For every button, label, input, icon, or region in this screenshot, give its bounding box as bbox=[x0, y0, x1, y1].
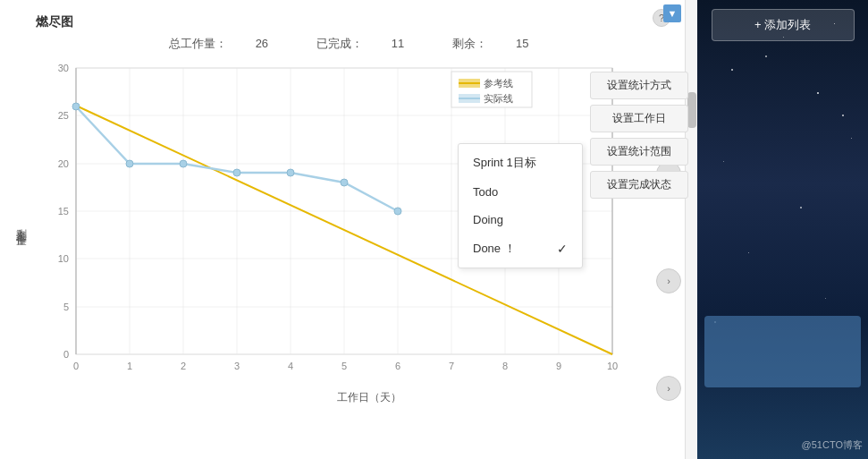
y-axis-label: 剩余工作量 bbox=[13, 220, 29, 229]
set-stat-range-button[interactable]: 设置统计范围 bbox=[590, 138, 688, 166]
svg-point-42 bbox=[287, 169, 294, 176]
svg-point-41 bbox=[233, 169, 240, 176]
svg-text:2: 2 bbox=[181, 361, 186, 371]
svg-point-40 bbox=[180, 160, 187, 167]
add-list-button[interactable]: + 添加列表 bbox=[712, 9, 855, 41]
remaining-value: 15 bbox=[516, 37, 528, 50]
svg-point-39 bbox=[126, 160, 133, 167]
chart-title: 燃尽图 bbox=[18, 7, 73, 30]
svg-text:5: 5 bbox=[341, 361, 347, 371]
done-label: 已完成： bbox=[316, 37, 363, 50]
svg-text:9: 9 bbox=[556, 361, 561, 371]
svg-text:实际线: 实际线 bbox=[484, 93, 513, 104]
svg-point-38 bbox=[72, 103, 80, 110]
svg-text:30: 30 bbox=[58, 63, 69, 73]
remaining-label: 剩余： bbox=[452, 37, 487, 50]
total-value: 26 bbox=[256, 37, 268, 50]
set-done-status-button[interactable]: 设置完成状态 bbox=[590, 171, 688, 199]
status-item-sprint[interactable]: Sprint 1目标 bbox=[459, 148, 582, 178]
nav-circle-2[interactable]: › bbox=[656, 268, 681, 293]
svg-text:0: 0 bbox=[73, 361, 79, 371]
svg-text:0: 0 bbox=[63, 349, 69, 360]
svg-rect-50 bbox=[459, 94, 480, 103]
svg-text:1: 1 bbox=[127, 361, 132, 371]
stars-background bbox=[697, 0, 868, 459]
done-checkmark: ✓ bbox=[557, 242, 568, 256]
chart-settings-menu: 设置统计方式 设置工作日 设置统计范围 设置完成状态 bbox=[590, 72, 688, 199]
watermark: @51CTO博客 bbox=[802, 438, 863, 452]
nav-circle-3[interactable]: › bbox=[656, 376, 681, 401]
svg-text:7: 7 bbox=[449, 361, 454, 371]
svg-text:20: 20 bbox=[58, 158, 69, 169]
set-stat-method-button[interactable]: 设置统计方式 bbox=[590, 72, 688, 99]
svg-point-44 bbox=[394, 208, 401, 215]
svg-rect-47 bbox=[459, 79, 480, 88]
burndown-chart-panel: 燃尽图 ? ▼ 总工作量：26 已完成：11 剩余：15 剩余工作量 30 bbox=[0, 0, 697, 459]
svg-text:10: 10 bbox=[58, 253, 69, 264]
scroll-thumb[interactable] bbox=[687, 92, 696, 128]
collapse-button[interactable]: ▼ bbox=[663, 4, 681, 22]
status-item-done[interactable]: Done ！ ✓ bbox=[459, 234, 582, 264]
svg-text:8: 8 bbox=[502, 361, 508, 371]
list-card bbox=[704, 316, 861, 387]
svg-text:6: 6 bbox=[395, 361, 400, 371]
svg-point-43 bbox=[341, 179, 348, 186]
chart-stats: 总工作量：26 已完成：11 剩余：15 bbox=[0, 30, 697, 55]
status-item-doing[interactable]: Doing bbox=[459, 206, 582, 234]
svg-text:参考线: 参考线 bbox=[484, 78, 513, 89]
svg-text:10: 10 bbox=[607, 361, 618, 371]
svg-text:25: 25 bbox=[58, 110, 69, 121]
set-workday-button[interactable]: 设置工作日 bbox=[590, 105, 688, 132]
done-value: 11 bbox=[392, 37, 404, 50]
right-panel: + 添加列表 @51CTO博客 bbox=[697, 0, 868, 459]
status-item-todo[interactable]: Todo bbox=[459, 178, 582, 206]
x-axis-label: 工作日（天） bbox=[49, 390, 662, 405]
svg-text:4: 4 bbox=[288, 361, 293, 371]
svg-text:15: 15 bbox=[58, 206, 69, 217]
total-label: 总工作量： bbox=[169, 37, 227, 50]
scrollbar[interactable] bbox=[685, 0, 697, 459]
svg-text:3: 3 bbox=[234, 361, 240, 371]
status-submenu: Sprint 1目标 Todo Doing Done ！ ✓ bbox=[458, 143, 583, 268]
svg-text:5: 5 bbox=[63, 302, 69, 312]
